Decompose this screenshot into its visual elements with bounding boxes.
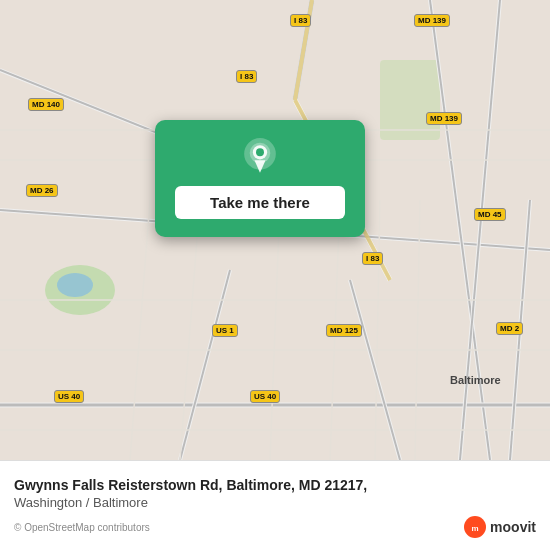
badge-i83-mid: I 83 [236, 70, 257, 83]
moovit-text: moovit [490, 519, 536, 535]
city-label-baltimore: Baltimore [450, 374, 501, 386]
moovit-logo: m moovit [464, 516, 536, 538]
svg-point-40 [256, 148, 264, 156]
map-container: I 83 I 83 I 83 MD 139 MD 139 MD 140 MD 2… [0, 0, 550, 460]
badge-i83-lower: I 83 [362, 252, 383, 265]
moovit-icon-svg: m [468, 520, 482, 534]
badge-us40-left: US 40 [54, 390, 84, 403]
bottom-bar: Gwynns Falls Reisterstown Rd, Baltimore,… [0, 460, 550, 550]
badge-us1: US 1 [212, 324, 238, 337]
badge-md139-top: MD 139 [414, 14, 450, 27]
popup-card: Take me there [155, 120, 365, 237]
badge-md45: MD 45 [474, 208, 506, 221]
badge-md140: MD 140 [28, 98, 64, 111]
svg-rect-3 [380, 60, 440, 140]
badge-us40-right: US 40 [250, 390, 280, 403]
address-line: Gwynns Falls Reisterstown Rd, Baltimore,… [14, 477, 536, 493]
badge-md2: MD 2 [496, 322, 523, 335]
svg-point-2 [57, 273, 93, 297]
region-line: Washington / Baltimore [14, 495, 536, 510]
badge-md26-left: MD 26 [26, 184, 58, 197]
location-pin-icon [241, 138, 279, 176]
take-me-there-button[interactable]: Take me there [175, 186, 345, 219]
osm-attribution: © OpenStreetMap contributors [14, 522, 150, 533]
badge-md139-mid: MD 139 [426, 112, 462, 125]
badge-i83-top: I 83 [290, 14, 311, 27]
svg-text:m: m [472, 524, 479, 533]
badge-md125: MD 125 [326, 324, 362, 337]
bottom-footer: © OpenStreetMap contributors m moovit [14, 516, 536, 538]
moovit-icon: m [464, 516, 486, 538]
